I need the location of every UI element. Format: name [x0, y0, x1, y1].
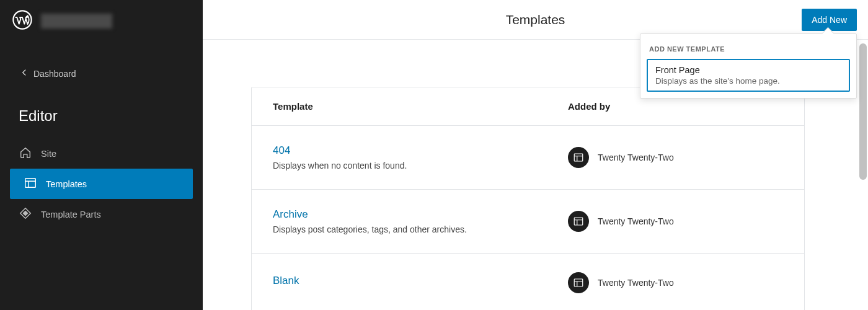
- wordpress-logo-icon[interactable]: [12, 10, 32, 32]
- svg-rect-1: [25, 179, 36, 188]
- svg-rect-4: [574, 279, 583, 286]
- sidebar-item-label: Template Parts: [41, 210, 101, 219]
- dropdown-item-desc: Displays as the site's home page.: [655, 76, 841, 86]
- theme-name: Twenty Twenty-Two: [598, 153, 674, 162]
- templates-table: Template Added by 404 Displays when no c…: [251, 87, 805, 310]
- sidebar-item-site[interactable]: Site: [0, 138, 203, 169]
- table-row[interactable]: 404 Displays when no content is found. T…: [252, 126, 804, 190]
- layout-icon: [568, 147, 589, 168]
- sidebar-header: [0, 0, 203, 42]
- editor-heading: Editor: [0, 86, 203, 138]
- add-new-dropdown: ADD NEW TEMPLATE Front Page Displays as …: [640, 33, 857, 99]
- sidebar-item-label: Site: [41, 149, 56, 159]
- layout-icon: [568, 211, 589, 232]
- diamond-icon: [19, 206, 32, 222]
- template-title[interactable]: Blank: [273, 275, 568, 287]
- add-new-button[interactable]: Add New: [802, 9, 857, 31]
- template-desc: Displays when no content is found.: [273, 161, 568, 170]
- dropdown-item-front-page[interactable]: Front Page Displays as the site's home p…: [647, 59, 850, 92]
- page-title: Templates: [506, 12, 565, 27]
- column-header-template: Template: [273, 101, 568, 112]
- table-row[interactable]: Blank Twenty Twenty-Two: [252, 254, 804, 310]
- layout-icon: [568, 272, 589, 293]
- home-icon: [19, 146, 32, 161]
- sidebar-item-template-parts[interactable]: Template Parts: [0, 199, 203, 229]
- sidebar-item-label: Templates: [46, 179, 87, 189]
- table-row[interactable]: Archive Displays post categories, tags, …: [252, 190, 804, 254]
- template-title[interactable]: 404: [273, 144, 568, 157]
- layout-icon: [24, 176, 37, 192]
- back-to-dashboard[interactable]: Dashboard: [0, 61, 203, 86]
- template-title[interactable]: Archive: [273, 208, 568, 221]
- theme-name: Twenty Twenty-Two: [598, 278, 674, 288]
- dropdown-item-title: Front Page: [655, 65, 841, 75]
- site-title[interactable]: [41, 14, 112, 29]
- scrollbar[interactable]: [859, 43, 867, 180]
- column-header-addedby: Added by: [568, 101, 610, 112]
- sidebar-item-templates[interactable]: Templates: [10, 169, 193, 199]
- sidebar: Dashboard Editor Site Templates Template…: [0, 0, 203, 310]
- chevron-left-icon: [19, 67, 30, 80]
- template-desc: Displays post categories, tags, and othe…: [273, 224, 568, 234]
- topbar: Templates Add New ADD NEW TEMPLATE Front…: [203, 0, 868, 40]
- back-label: Dashboard: [33, 69, 76, 79]
- dropdown-header: ADD NEW TEMPLATE: [640, 34, 856, 59]
- theme-name: Twenty Twenty-Two: [598, 216, 674, 226]
- svg-rect-3: [574, 218, 583, 225]
- svg-rect-2: [574, 154, 583, 161]
- main: Templates Add New ADD NEW TEMPLATE Front…: [203, 0, 868, 310]
